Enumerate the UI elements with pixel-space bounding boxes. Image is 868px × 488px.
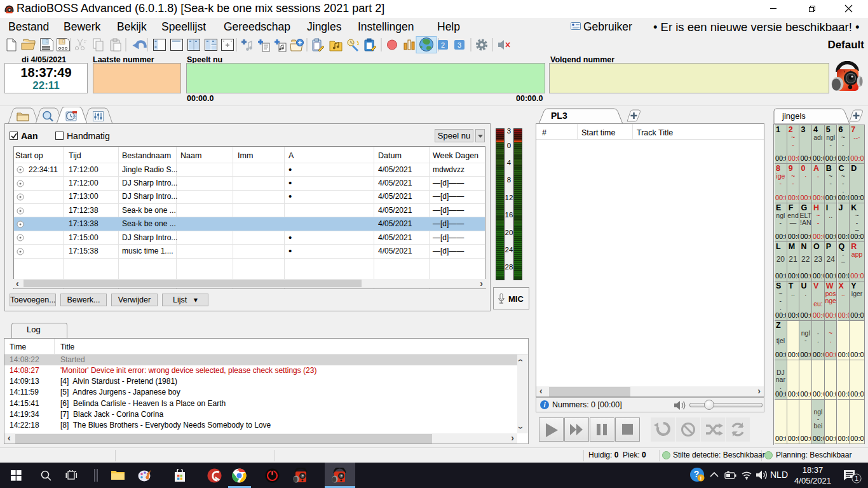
svg-text:3: 3 [458, 41, 461, 49]
svg-text:1: 1 [855, 475, 858, 482]
svg-text:PL3: PL3 [551, 111, 567, 121]
svg-text:2: 2 [441, 41, 445, 49]
svg-text:jingels: jingels [782, 111, 806, 121]
svg-text:!: ! [700, 475, 702, 482]
